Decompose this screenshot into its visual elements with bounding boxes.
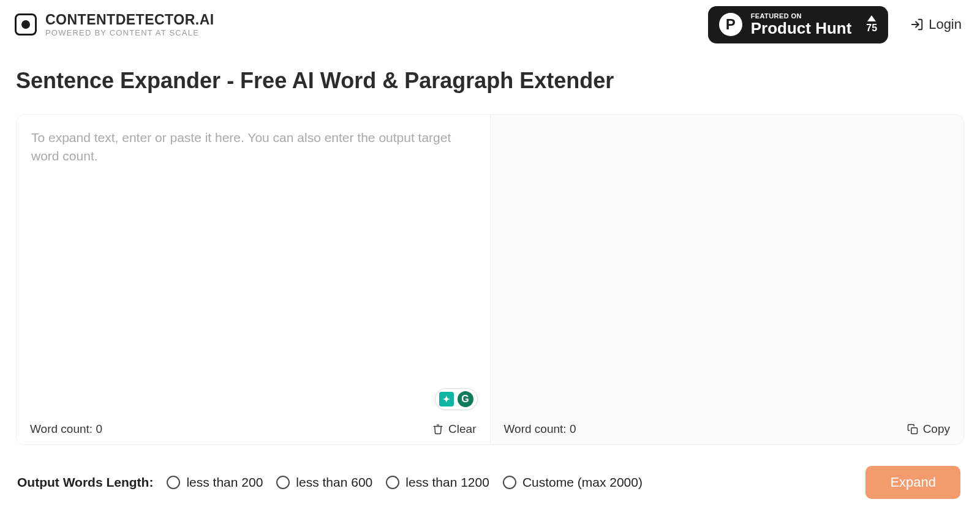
header: CONTENTDETECTOR.AI POWERED BY CONTENT AT… <box>0 0 980 50</box>
header-right: P FEATURED ON Product Hunt 75 Login <box>708 6 962 43</box>
login-icon <box>910 18 924 31</box>
triangle-up-icon <box>867 15 876 21</box>
clear-label: Clear <box>448 422 476 436</box>
grammarly-premium-icon: ✦ <box>439 392 454 406</box>
brand-text: CONTENTDETECTOR.AI POWERED BY CONTENT AT… <box>45 12 214 38</box>
copy-icon <box>907 424 918 435</box>
input-word-count: Word count: 0 <box>30 422 102 436</box>
grammarly-widget[interactable]: ✦ G <box>435 388 478 410</box>
brand[interactable]: CONTENTDETECTOR.AI POWERED BY CONTENT AT… <box>15 12 214 38</box>
output-length-label: Output Words Length: <box>17 475 153 490</box>
trash-icon <box>432 424 443 435</box>
radio-icon <box>276 476 290 489</box>
copy-label: Copy <box>923 422 950 436</box>
grammarly-icon: G <box>458 391 473 407</box>
options-left: Output Words Length: less than 200 less … <box>17 475 643 490</box>
ph-name: Product Hunt <box>751 20 852 37</box>
editor-panels: ✦ G Word count: 0 Clear <box>16 114 964 445</box>
main: Sentence Expander - Free AI Word & Parag… <box>0 50 980 499</box>
radio-custom[interactable]: Custome (max 2000) <box>503 475 643 490</box>
output-panel: Word count: 0 Copy <box>491 115 964 444</box>
radio-less-1200[interactable]: less than 1200 <box>386 475 489 490</box>
brand-title: CONTENTDETECTOR.AI <box>45 12 214 29</box>
output-area <box>491 115 964 416</box>
svg-rect-1 <box>911 427 917 433</box>
radio-icon <box>503 476 516 489</box>
radio-label: less than 1200 <box>405 475 489 490</box>
radio-label: less than 200 <box>186 475 263 490</box>
ph-vote-count: 75 <box>866 23 877 34</box>
input-footer: Word count: 0 Clear <box>17 416 490 444</box>
radio-label: less than 600 <box>296 475 372 490</box>
radio-icon <box>167 476 180 489</box>
clear-button[interactable]: Clear <box>432 422 476 436</box>
input-textarea[interactable] <box>17 115 490 416</box>
brand-logo-icon <box>15 13 37 36</box>
product-hunt-badge[interactable]: P FEATURED ON Product Hunt 75 <box>708 6 888 43</box>
radio-less-600[interactable]: less than 600 <box>276 475 372 490</box>
copy-button[interactable]: Copy <box>907 422 950 436</box>
radio-label: Custome (max 2000) <box>522 475 643 490</box>
output-word-count: Word count: 0 <box>504 422 576 436</box>
login-label: Login <box>929 17 962 32</box>
radio-less-200[interactable]: less than 200 <box>167 475 263 490</box>
input-panel: ✦ G Word count: 0 Clear <box>17 115 490 444</box>
expand-button[interactable]: Expand <box>865 466 960 499</box>
product-hunt-icon: P <box>719 13 742 36</box>
login-button[interactable]: Login <box>910 17 962 32</box>
radio-icon <box>386 476 399 489</box>
options-row: Output Words Length: less than 200 less … <box>16 445 964 499</box>
page-title: Sentence Expander - Free AI Word & Parag… <box>16 68 964 94</box>
ph-votes: 75 <box>866 15 877 34</box>
brand-subtitle: POWERED BY CONTENT AT SCALE <box>45 28 214 38</box>
output-footer: Word count: 0 Copy <box>491 416 964 444</box>
